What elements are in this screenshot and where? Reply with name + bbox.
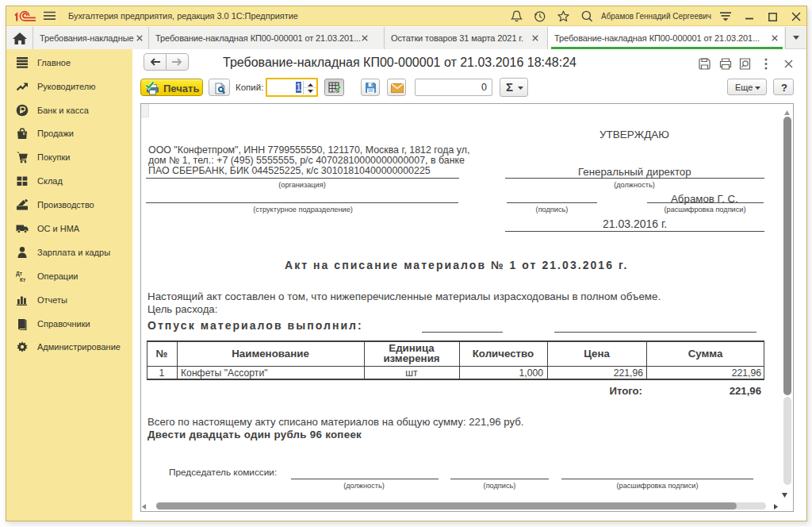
- svg-text:Кт: Кт: [20, 277, 25, 283]
